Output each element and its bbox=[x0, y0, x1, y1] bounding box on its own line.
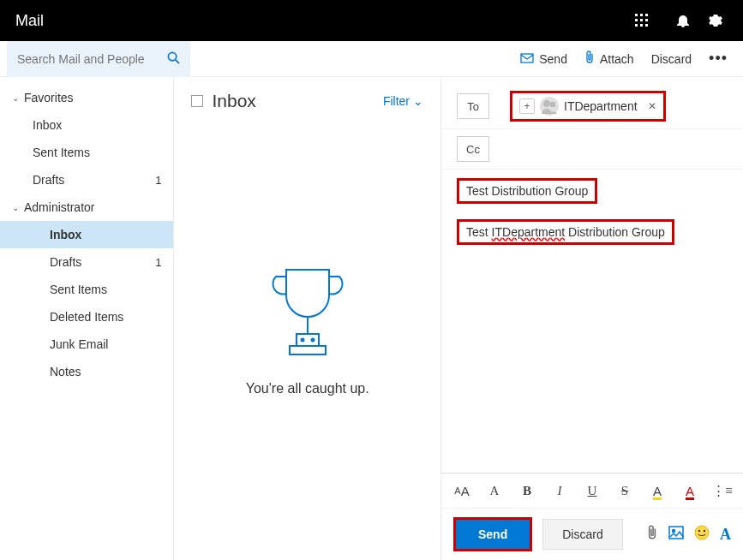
chevron-down-icon: ⌄ bbox=[12, 93, 19, 103]
search-box[interactable] bbox=[7, 41, 190, 77]
svg-line-10 bbox=[176, 59, 179, 63]
send-label: Send bbox=[539, 52, 567, 66]
action-bar: Send Discard A bbox=[441, 508, 743, 560]
send-icon bbox=[520, 52, 534, 66]
svg-rect-8 bbox=[645, 24, 648, 27]
sidebar-item-inbox[interactable]: Inbox bbox=[0, 221, 173, 248]
more-commands[interactable]: ••• bbox=[700, 41, 736, 77]
svg-point-21 bbox=[695, 526, 709, 539]
spellcheck-error: ITDepartment bbox=[492, 225, 566, 239]
svg-rect-5 bbox=[645, 19, 648, 21]
send-command[interactable]: Send bbox=[512, 41, 576, 77]
recipient-chip[interactable]: + ITDepartment ✕ bbox=[510, 91, 666, 122]
body-editor[interactable]: Test ITDepartment Distribution Group bbox=[457, 219, 674, 245]
svg-rect-14 bbox=[290, 346, 326, 354]
discard-command[interactable]: Discard bbox=[643, 41, 700, 77]
sidebar-item-deleted[interactable]: Deleted Items bbox=[0, 303, 173, 331]
sidebar-item-inbox-fav[interactable]: Inbox bbox=[0, 111, 173, 139]
svg-point-17 bbox=[543, 100, 550, 107]
to-row: To + ITDepartment ✕ bbox=[441, 84, 743, 129]
paperclip-icon bbox=[584, 51, 595, 67]
text-options-icon[interactable]: A bbox=[720, 526, 731, 544]
to-button[interactable]: To bbox=[457, 93, 489, 119]
sidebar-item-drafts-fav[interactable]: Drafts1 bbox=[0, 166, 173, 194]
svg-rect-7 bbox=[640, 24, 643, 27]
empty-state: You're all caught up. bbox=[191, 111, 423, 546]
attach-icon[interactable] bbox=[646, 525, 658, 545]
trophy-icon bbox=[261, 261, 355, 364]
svg-rect-11 bbox=[521, 54, 533, 63]
format-toolbar: AA A B I U S A A ⋮≡ bbox=[441, 473, 743, 508]
main-body: ⌄ Favorites Inbox Sent Items Drafts1 ⌄ A… bbox=[0, 77, 743, 560]
cc-row: Cc bbox=[441, 129, 743, 170]
svg-rect-3 bbox=[635, 19, 638, 21]
svg-point-23 bbox=[704, 529, 705, 531]
search-input[interactable] bbox=[17, 52, 167, 66]
remove-recipient-icon[interactable]: ✕ bbox=[648, 100, 656, 112]
svg-point-15 bbox=[301, 339, 303, 342]
compose-pane: To + ITDepartment ✕ Cc Test Distribution… bbox=[441, 77, 743, 560]
bold-button[interactable]: B bbox=[515, 479, 539, 503]
sidebar-item-sent-fav[interactable]: Sent Items bbox=[0, 139, 173, 166]
subject-input[interactable]: Test Distribution Group bbox=[457, 178, 597, 204]
settings-icon[interactable] bbox=[704, 0, 728, 41]
search-icon[interactable] bbox=[167, 51, 180, 67]
cc-button[interactable]: Cc bbox=[457, 136, 489, 162]
add-recipient-icon[interactable]: + bbox=[519, 98, 535, 114]
strike-button[interactable]: S bbox=[613, 479, 637, 503]
svg-rect-2 bbox=[645, 14, 648, 16]
svg-rect-0 bbox=[635, 14, 638, 16]
svg-point-18 bbox=[550, 102, 555, 107]
underline-button[interactable]: U bbox=[580, 479, 604, 503]
insert-image-icon[interactable] bbox=[668, 526, 684, 544]
folder-sidebar: ⌄ Favorites Inbox Sent Items Drafts1 ⌄ A… bbox=[0, 77, 173, 560]
italic-button[interactable]: I bbox=[548, 479, 572, 503]
body-row: Test ITDepartment Distribution Group bbox=[441, 204, 743, 473]
top-bar: Mail bbox=[0, 0, 743, 41]
account-section[interactable]: ⌄ Administrator bbox=[0, 194, 173, 221]
favorites-section[interactable]: ⌄ Favorites bbox=[0, 84, 173, 111]
svg-rect-13 bbox=[297, 334, 319, 346]
list-title: Inbox bbox=[212, 91, 382, 111]
discard-label: Discard bbox=[651, 52, 692, 66]
send-button[interactable]: Send bbox=[456, 520, 530, 549]
subject-row: Test Distribution Group bbox=[441, 170, 743, 204]
highlight-button[interactable]: A bbox=[645, 479, 669, 503]
message-list-pane: Inbox Filter ⌄ You're all caught up. bbox=[173, 77, 441, 560]
sidebar-item-junk[interactable]: Junk Email bbox=[0, 331, 173, 358]
app-launcher-icon[interactable] bbox=[621, 0, 662, 41]
svg-point-9 bbox=[168, 52, 176, 60]
chevron-down-icon: ⌄ bbox=[413, 94, 423, 108]
sidebar-item-sent[interactable]: Sent Items bbox=[0, 276, 173, 303]
app-title: Mail bbox=[15, 12, 44, 30]
sidebar-item-notes[interactable]: Notes bbox=[0, 358, 173, 385]
font-size-button[interactable]: AA bbox=[450, 479, 474, 503]
svg-point-22 bbox=[698, 529, 700, 531]
svg-rect-6 bbox=[635, 24, 638, 27]
list-header: Inbox Filter ⌄ bbox=[191, 91, 423, 111]
attach-command[interactable]: Attach bbox=[576, 41, 643, 77]
attach-label: Attach bbox=[600, 52, 634, 66]
chevron-down-icon: ⌄ bbox=[12, 203, 19, 212]
recipient-name: ITDepartment bbox=[564, 99, 638, 113]
sidebar-item-drafts[interactable]: Drafts1 bbox=[0, 248, 173, 276]
filter-dropdown[interactable]: Filter ⌄ bbox=[383, 94, 423, 108]
list-button[interactable]: ⋮≡ bbox=[710, 479, 734, 503]
discard-button[interactable]: Discard bbox=[542, 519, 622, 550]
emoji-icon[interactable] bbox=[694, 525, 710, 545]
font-color-button[interactable]: A bbox=[678, 479, 702, 503]
font-family-button[interactable]: A bbox=[482, 479, 506, 503]
svg-rect-1 bbox=[640, 14, 643, 16]
empty-text: You're all caught up. bbox=[246, 381, 369, 396]
command-bar: Send Attach Discard ••• bbox=[0, 41, 743, 77]
notifications-icon[interactable] bbox=[662, 0, 704, 41]
svg-point-16 bbox=[311, 339, 314, 342]
svg-rect-4 bbox=[640, 19, 643, 21]
avatar-icon bbox=[540, 97, 559, 116]
svg-point-20 bbox=[673, 529, 675, 532]
select-all-checkbox[interactable] bbox=[191, 95, 203, 107]
